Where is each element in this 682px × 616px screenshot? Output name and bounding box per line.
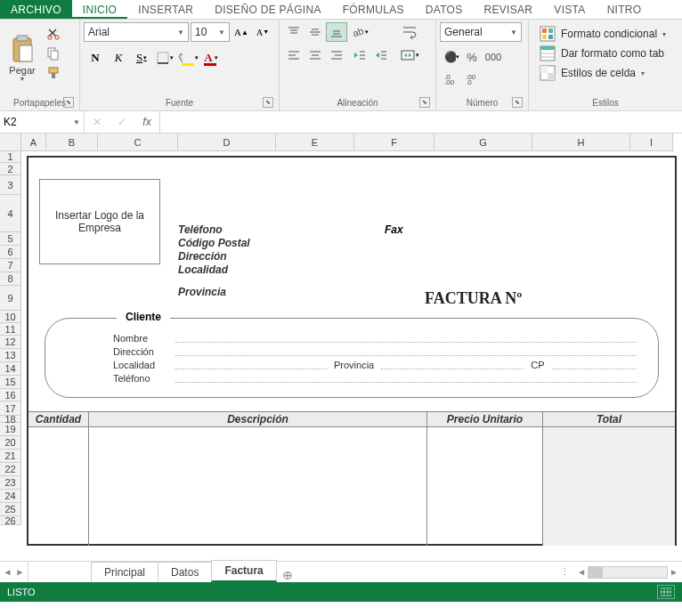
accounting-format-button[interactable]: ⚫▾ (440, 47, 461, 67)
row-header-21[interactable]: 21 (0, 450, 20, 463)
number-launcher[interactable]: ⬊ (512, 97, 523, 108)
decrease-decimal-button[interactable]: .00.0 (461, 69, 483, 88)
decrease-indent-button[interactable] (349, 45, 370, 65)
tab-datos[interactable]: DATOS (415, 0, 474, 19)
tab-inicio[interactable]: INICIO (72, 0, 127, 19)
font-launcher[interactable]: ⬊ (263, 97, 273, 108)
align-middle-button[interactable] (304, 22, 326, 42)
orientation-button[interactable]: ab▾ (349, 22, 370, 42)
paste-button[interactable]: Pegar ▼ (4, 22, 41, 83)
merge-button[interactable]: ▾ (397, 45, 422, 65)
row-header-12[interactable]: 12 (0, 336, 20, 349)
increase-decimal-button[interactable]: .0.00 (440, 69, 461, 88)
row-header-10[interactable]: 10 (0, 311, 20, 323)
row-header-9[interactable]: 9 (0, 286, 20, 311)
decrease-font-button[interactable]: A▼ (253, 22, 272, 42)
row-header-15[interactable]: 15 (0, 376, 20, 389)
row-header-7[interactable]: 7 (0, 259, 20, 272)
increase-indent-button[interactable] (370, 45, 392, 65)
tab-nitro[interactable]: NITRO (597, 0, 653, 19)
scroll-left-button[interactable]: ◄ (577, 567, 586, 577)
sheet-tab-factura[interactable]: Factura (211, 560, 276, 582)
tab-archivo[interactable]: ARCHIVO (0, 0, 72, 19)
cut-button[interactable] (43, 25, 64, 43)
cell-styles-button[interactable]: Estilos de celda▾ (536, 63, 670, 83)
fill-color-button[interactable]: ▾ (176, 47, 199, 69)
cell-area[interactable]: Insertar Logo de la Empresa Teléfono Cód… (21, 151, 682, 561)
tab-revisar[interactable]: REVISAR (474, 0, 544, 19)
name-box[interactable]: ▼ (0, 111, 85, 133)
row-header-19[interactable]: 19 (0, 423, 20, 436)
tab-vista[interactable]: VISTA (543, 0, 596, 19)
column-header-I[interactable]: I (630, 134, 673, 150)
sheet-tab-datos[interactable]: Datos (158, 562, 212, 582)
row-header-13[interactable]: 13 (0, 349, 20, 362)
row-header-5[interactable]: 5 (0, 232, 20, 246)
name-box-input[interactable] (4, 116, 57, 128)
border-button[interactable]: ▾ (153, 47, 176, 69)
row-header-2[interactable]: 2 (0, 163, 20, 175)
format-painter-button[interactable] (43, 64, 64, 82)
sheet-tab-principal[interactable]: Principal (91, 562, 158, 582)
column-header-E[interactable]: E (276, 134, 354, 150)
tab-diseno[interactable]: DISEÑO DE PÁGINA (204, 0, 332, 19)
view-normal-button[interactable] (657, 585, 675, 599)
column-header-B[interactable]: B (46, 134, 98, 150)
column-headers[interactable]: ABCDEFGHI (21, 134, 673, 151)
tab-formulas[interactable]: FÓRMULAS (332, 0, 415, 19)
scroll-right-button[interactable]: ► (670, 567, 678, 577)
row-header-11[interactable]: 11 (0, 323, 20, 336)
column-header-H[interactable]: H (532, 134, 630, 150)
font-name-combo[interactable]: Arial▼ (84, 22, 189, 42)
alignment-launcher[interactable]: ⬊ (419, 97, 430, 108)
font-size-combo[interactable]: 10▼ (191, 22, 230, 42)
bold-button[interactable]: N (84, 47, 107, 69)
percent-button[interactable]: % (461, 47, 483, 67)
select-all-corner[interactable] (0, 134, 21, 151)
row-header-6[interactable]: 6 (0, 246, 20, 259)
add-sheet-button[interactable]: ⊕ (276, 568, 299, 582)
horizontal-scrollbar[interactable] (588, 566, 668, 579)
cancel-formula-button[interactable]: ✕ (85, 111, 110, 133)
sheet-nav[interactable]: ◄► (0, 562, 28, 582)
accept-formula-button[interactable]: ✓ (110, 111, 134, 133)
tab-insertar[interactable]: INSERTAR (127, 0, 204, 19)
row-header-20[interactable]: 20 (0, 436, 20, 450)
align-right-button[interactable] (326, 45, 347, 65)
row-header-8[interactable]: 8 (0, 272, 20, 286)
spreadsheet-grid[interactable]: ABCDEFGHI 123456789101112131415161718192… (0, 134, 682, 561)
font-color-button[interactable]: A▾ (199, 47, 223, 69)
row-header-1[interactable]: 1 (0, 151, 20, 163)
row-headers[interactable]: 1234567891011121314151617181920212223242… (0, 151, 21, 525)
chevron-down-icon[interactable]: ▼ (73, 118, 80, 126)
format-table-button[interactable]: Dar formato como tab (536, 44, 670, 63)
formula-input[interactable] (160, 111, 682, 133)
copy-button[interactable] (43, 45, 64, 62)
comma-button[interactable]: 000 (483, 47, 504, 67)
column-header-D[interactable]: D (178, 134, 276, 150)
clipboard-launcher[interactable]: ⬊ (63, 97, 74, 108)
wrap-text-button[interactable] (397, 22, 422, 42)
italic-button[interactable]: K (107, 47, 130, 69)
row-header-16[interactable]: 16 (0, 389, 20, 401)
row-header-4[interactable]: 4 (0, 195, 20, 232)
row-header-26[interactable]: 26 (0, 516, 20, 525)
row-header-3[interactable]: 3 (0, 175, 20, 195)
align-left-button[interactable] (283, 45, 304, 65)
row-header-24[interactable]: 24 (0, 490, 20, 503)
align-bottom-button[interactable] (326, 22, 347, 42)
fx-button[interactable]: fx (134, 111, 159, 133)
row-header-23[interactable]: 23 (0, 476, 20, 490)
underline-button[interactable]: S▾ (130, 47, 153, 69)
number-format-combo[interactable]: General▼ (440, 22, 522, 42)
row-header-18[interactable]: 18 (0, 416, 20, 423)
align-top-button[interactable] (283, 22, 304, 42)
column-header-G[interactable]: G (434, 134, 532, 150)
row-header-22[interactable]: 22 (0, 463, 20, 476)
scrollbar-thumb[interactable] (589, 567, 603, 578)
column-header-C[interactable]: C (98, 134, 178, 150)
align-center-button[interactable] (304, 45, 326, 65)
row-header-14[interactable]: 14 (0, 362, 20, 376)
column-header-F[interactable]: F (354, 134, 434, 150)
sheet-options[interactable]: ⋮ (555, 566, 575, 578)
